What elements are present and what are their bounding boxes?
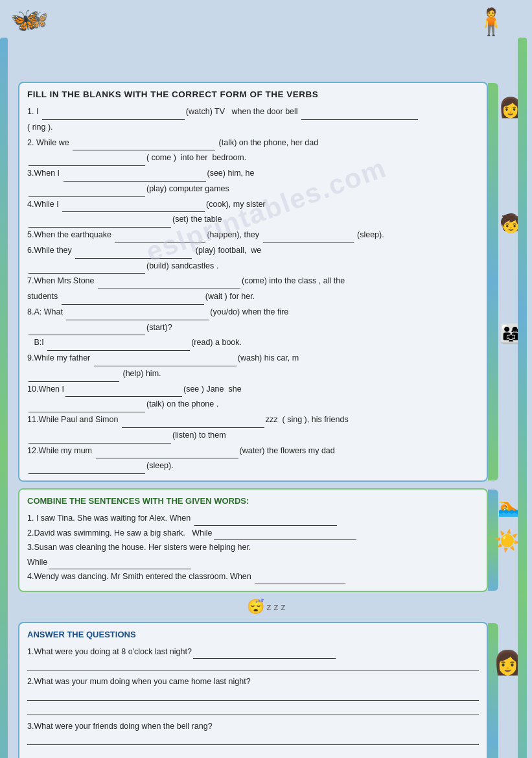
blank-9b[interactable] <box>29 373 119 382</box>
exercise-line-9: 9.While my father (wash) his car, m <box>27 351 479 366</box>
answer-q3: 3.What were your friends doing when the … <box>27 719 479 759</box>
blank-c1[interactable] <box>194 517 337 526</box>
exercise-line-10b: (talk) on the phone . <box>27 397 479 412</box>
blank-10a[interactable] <box>65 388 182 397</box>
combine-line-3b: While <box>27 555 479 570</box>
butterfly-icon-2: 🦋 <box>26 9 49 30</box>
exercise-line-12: 12.While my mum (water) the flowers my d… <box>27 444 479 459</box>
blank-8b[interactable] <box>29 326 145 335</box>
section3-title: ANSWER THE QUESTIONS <box>27 630 479 639</box>
exercise-line-2: 2. While we (talk) on the phone, her dad <box>27 136 479 151</box>
section1-fill-blanks: FILL IN THE BLANKS WITH THE CORRECT FORM… <box>18 82 488 482</box>
exercise-line-8b: (start)? <box>27 320 479 336</box>
blank-8a[interactable] <box>66 311 209 320</box>
answer-q3-text: 3.What were your friends doing when the … <box>27 719 479 734</box>
answer-line-1[interactable] <box>27 660 479 670</box>
blank-1a[interactable] <box>42 111 185 120</box>
blank-3a[interactable] <box>64 172 206 182</box>
answer-q2-text: 2.What was your mum doing when you came … <box>27 674 479 689</box>
combine-line-4: 4.Wendy was dancing. Mr Smith entered th… <box>27 569 479 584</box>
answer-line-2[interactable] <box>27 691 479 701</box>
answer-line-3b[interactable] <box>27 749 479 758</box>
answer-line-3[interactable] <box>27 735 479 745</box>
exercise-line-7: 7.When Mrs Stone (come) into the class ,… <box>27 274 479 289</box>
blank-12b[interactable] <box>29 465 145 474</box>
blank-a1[interactable] <box>193 650 336 659</box>
blank-1b[interactable] <box>301 111 418 120</box>
exercise-line-1b: ( ring ). <box>27 120 479 136</box>
exercise-line-8c: B:I (read) a book. <box>27 335 479 351</box>
swimmer-icon: 🏊 <box>498 496 520 517</box>
blank-4b[interactable] <box>29 219 171 228</box>
exercise-line-2b: ( come ) into her bedroom. <box>27 150 479 166</box>
blank-5a[interactable] <box>115 234 205 243</box>
blank-7a[interactable] <box>98 280 240 289</box>
exercise-line-11b: (listen) to them <box>27 428 479 444</box>
exercise-line-12b: (sleep). <box>27 458 479 474</box>
blank-7b[interactable] <box>62 296 204 305</box>
exercise-line-6: 6.While they (play) football, we <box>27 243 479 259</box>
blank-12a[interactable] <box>96 449 238 458</box>
blank-c4[interactable] <box>255 575 345 584</box>
blank-11a[interactable] <box>122 419 264 428</box>
blank-2a[interactable] <box>73 141 215 150</box>
right-strip-s3 <box>488 623 498 759</box>
exercise-line-3: 3.When I (see) him, he <box>27 166 479 182</box>
sleeping-decor: 😴 z z z <box>18 597 514 617</box>
blank-9a[interactable] <box>94 357 237 366</box>
blank-8c[interactable] <box>47 342 190 351</box>
exercise-line-3b: (play) computer games <box>27 182 479 197</box>
right-strip-s1 <box>488 83 498 480</box>
blank-10b[interactable] <box>29 403 145 412</box>
section1-title: FILL IN THE BLANKS WITH THE CORRECT FORM… <box>27 89 479 99</box>
exercise-line-4b: (set) the table <box>27 212 479 228</box>
blank-2b[interactable] <box>29 157 145 166</box>
exercise-line-1: 1. I (watch) TV when the door bell <box>27 104 479 120</box>
exercise-line-6b: (build) sandcastles . <box>27 259 479 274</box>
blank-3b[interactable] <box>29 188 145 197</box>
exercise-line-10: 10.When I(see ) Jane she <box>27 382 479 397</box>
top-right-figure: 🧍 <box>475 6 507 37</box>
exercise-line-7b: students (wait ) for her. <box>27 289 479 305</box>
right-border-strip <box>518 38 527 758</box>
section2-title: COMBINE THE SENTENCES WITH THE GIVEN WOR… <box>27 496 479 506</box>
combine-line-3: 3.Susan was cleaning the house. Her sist… <box>27 540 479 555</box>
blank-c2[interactable] <box>214 531 356 540</box>
exercise-line-4: 4.While I (cook), my sister <box>27 197 479 213</box>
combine-line-1: 1. I saw Tina. She was waiting for Alex.… <box>27 511 479 526</box>
exercise-line-8a: 8.A: What (you/do) when the fire <box>27 305 479 320</box>
left-border-strip <box>0 38 8 758</box>
blank-4a[interactable] <box>62 203 205 212</box>
blank-6a[interactable] <box>75 250 192 259</box>
page-wrapper: eslprintables.com 🦋 🦋 🧍 FILL IN THE BLAN… <box>0 0 532 758</box>
answer-q2: 2.What was your mum doing when you came … <box>27 674 479 715</box>
section2-combine: COMBINE THE SENTENCES WITH THE GIVEN WOR… <box>18 488 488 592</box>
blank-11b[interactable] <box>29 434 171 444</box>
sun-icon: ☀️ <box>494 528 520 553</box>
answer-line-2b[interactable] <box>27 705 479 715</box>
exercise-line-11: 11.While Paul and Simon zzz ( sing ), hi… <box>27 412 479 428</box>
combine-line-2: 2.David was swimming. He saw a big shark… <box>27 526 479 541</box>
blank-6b[interactable] <box>29 265 145 274</box>
blank-5b[interactable] <box>263 234 354 243</box>
exercise-line-9b: (help) him. <box>27 366 479 382</box>
answer-q1: 1.What were you doing at 8 o'clock last … <box>27 645 479 671</box>
blank-c3[interactable] <box>49 560 191 569</box>
section3-answer: ANSWER THE QUESTIONS 1.What were you doi… <box>18 622 488 759</box>
top-decor: 🦋 🦋 🧍 <box>5 5 527 43</box>
answer-q1-text: 1.What were you doing at 8 o'clock last … <box>27 645 479 659</box>
exercise-line-5: 5.When the earthquake (happen), they (sl… <box>27 228 479 243</box>
